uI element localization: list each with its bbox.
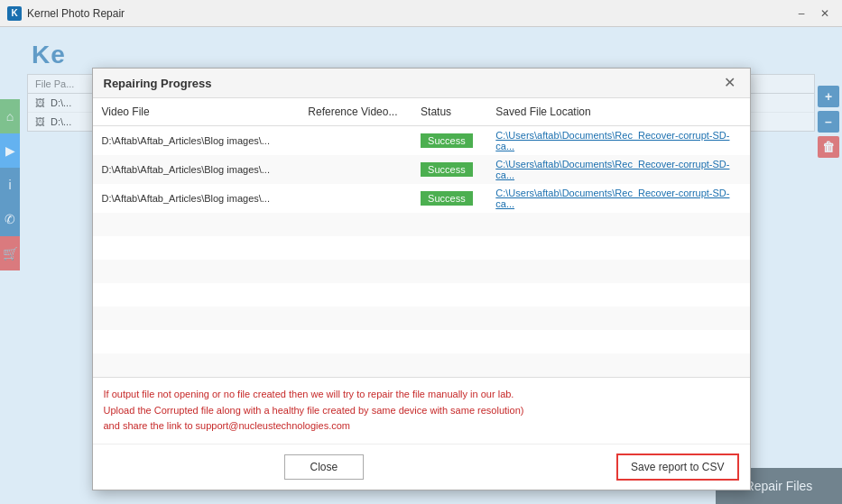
table-row: D:\Aftab\Aftab_Articles\Blog images\... … — [93, 184, 750, 213]
cell-reference — [299, 184, 412, 213]
app-title: Kernel Photo Repair — [27, 7, 791, 20]
cell-saved-location: C:\Users\aftab\Documents\Rec_Recover-cor… — [486, 184, 749, 213]
cell-reference — [299, 126, 412, 156]
minimize-button[interactable]: – — [791, 5, 811, 22]
repairing-progress-modal: Repairing Progress ✕ Video File Referenc… — [92, 68, 751, 490]
table-row: D:\Aftab\Aftab_Articles\Blog images\... … — [93, 155, 750, 184]
table-row-empty — [93, 213, 750, 236]
title-bar: K Kernel Photo Repair – ✕ — [0, 0, 842, 27]
table-row-empty — [93, 353, 750, 377]
table-row-empty — [93, 330, 750, 353]
cell-status: Success — [412, 126, 486, 156]
status-badge: Success — [421, 133, 473, 148]
cell-video-file: D:\Aftab\Aftab_Articles\Blog images\... — [93, 184, 300, 213]
main-container: ⌂ ▶ i ✆ 🛒 Ke File Pa... 🖼 D:\... 🖼 D:\..… — [0, 27, 842, 504]
cell-status: Success — [412, 184, 486, 213]
cell-saved-location: C:\Users\aftab\Documents\Rec_Recover-cor… — [486, 126, 749, 156]
save-csv-button[interactable]: Save report to CSV — [616, 454, 738, 481]
col-reference-video: Reference Video... — [299, 98, 412, 126]
cell-video-file: D:\Aftab\Aftab_Articles\Blog images\... — [93, 155, 300, 184]
saved-location-link[interactable]: C:\Users\aftab\Documents\Rec_Recover-cor… — [495, 130, 729, 151]
cell-reference — [299, 155, 412, 184]
saved-location-link[interactable]: C:\Users\aftab\Documents\Rec_Recover-cor… — [495, 188, 729, 209]
modal-note: If output file not opening or no file cr… — [93, 378, 750, 444]
status-badge: Success — [421, 191, 473, 206]
repair-table: Video File Reference Video... Status Sav… — [93, 98, 750, 377]
note-line1: If output file not opening or no file cr… — [104, 387, 739, 403]
table-row: D:\Aftab\Aftab_Articles\Blog images\... … — [93, 126, 750, 156]
cell-status: Success — [412, 155, 486, 184]
note-line3: and share the link to support@nucleustec… — [104, 418, 739, 435]
cell-saved-location: C:\Users\aftab\Documents\Rec_Recover-cor… — [486, 155, 749, 184]
modal-close-x-button[interactable]: ✕ — [720, 76, 739, 90]
repair-table-container: Video File Reference Video... Status Sav… — [93, 98, 750, 378]
close-button[interactable]: ✕ — [815, 5, 835, 22]
col-video-file: Video File — [93, 98, 300, 126]
modal-header: Repairing Progress ✕ — [93, 69, 750, 98]
app-icon: K — [7, 6, 22, 21]
table-row-empty — [93, 260, 750, 283]
app-content: ⌂ ▶ i ✆ 🛒 Ke File Pa... 🖼 D:\... 🖼 D:\..… — [0, 27, 842, 504]
saved-location-link[interactable]: C:\Users\aftab\Documents\Rec_Recover-cor… — [495, 159, 729, 180]
modal-footer: Close Save report to CSV — [93, 444, 750, 490]
table-row-empty — [93, 236, 750, 260]
status-badge: Success — [421, 162, 473, 177]
note-line2: Upload the Corrupted file along with a h… — [104, 403, 739, 419]
modal-title: Repairing Progress — [104, 77, 212, 90]
close-button[interactable]: Close — [284, 454, 365, 480]
modal-overlay: Repairing Progress ✕ Video File Referenc… — [0, 27, 842, 504]
table-row-empty — [93, 307, 750, 330]
col-status: Status — [412, 98, 486, 126]
window-controls: – ✕ — [791, 5, 835, 22]
cell-video-file: D:\Aftab\Aftab_Articles\Blog images\... — [93, 126, 300, 156]
table-row-empty — [93, 283, 750, 307]
col-saved-location: Saved File Location — [486, 98, 749, 126]
